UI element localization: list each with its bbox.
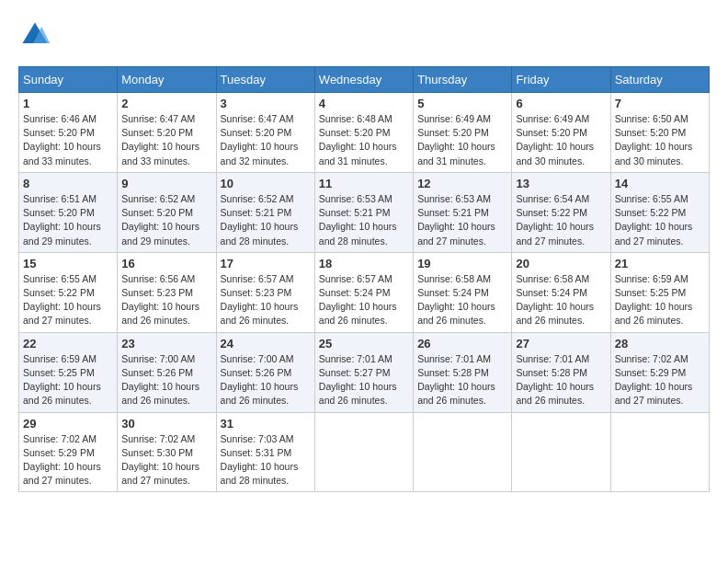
day-number: 15 bbox=[23, 257, 113, 270]
day-number: 25 bbox=[319, 337, 409, 350]
day-number: 1 bbox=[23, 97, 113, 110]
calendar-week-row: 8 Sunrise: 6:51 AMSunset: 5:20 PMDayligh… bbox=[19, 172, 710, 252]
day-number: 21 bbox=[615, 257, 705, 270]
day-info: Sunrise: 7:01 AMSunset: 5:27 PMDaylight:… bbox=[319, 353, 397, 407]
calendar-week-row: 29 Sunrise: 7:02 AMSunset: 5:29 PMDaylig… bbox=[19, 412, 710, 492]
day-number: 29 bbox=[23, 417, 113, 431]
day-info: Sunrise: 7:03 AMSunset: 5:31 PMDaylight:… bbox=[221, 433, 299, 487]
day-info: Sunrise: 6:49 AMSunset: 5:20 PMDaylight:… bbox=[417, 113, 495, 167]
day-number: 9 bbox=[121, 177, 211, 190]
logo bbox=[18, 18, 55, 52]
day-info: Sunrise: 6:56 AMSunset: 5:23 PMDaylight:… bbox=[121, 273, 199, 327]
calendar-day-cell: 27 Sunrise: 7:01 AMSunset: 5:28 PMDaylig… bbox=[512, 332, 610, 412]
calendar-day-cell: 24 Sunrise: 7:00 AMSunset: 5:26 PMDaylig… bbox=[216, 332, 314, 412]
day-number: 20 bbox=[516, 257, 606, 270]
calendar-day-cell: 9 Sunrise: 6:52 AMSunset: 5:20 PMDayligh… bbox=[118, 172, 216, 252]
page-header bbox=[18, 18, 710, 52]
day-info: Sunrise: 6:58 AMSunset: 5:24 PMDaylight:… bbox=[516, 273, 594, 327]
day-info: Sunrise: 6:57 AMSunset: 5:24 PMDaylight:… bbox=[319, 273, 397, 327]
calendar-day-cell: 4 Sunrise: 6:48 AMSunset: 5:20 PMDayligh… bbox=[314, 93, 413, 173]
empty-cell bbox=[512, 412, 610, 492]
day-number: 22 bbox=[23, 337, 113, 350]
calendar-day-cell: 5 Sunrise: 6:49 AMSunset: 5:20 PMDayligh… bbox=[414, 93, 512, 173]
calendar-day-cell: 21 Sunrise: 6:59 AMSunset: 5:25 PMDaylig… bbox=[610, 252, 709, 332]
calendar-day-cell: 28 Sunrise: 7:02 AMSunset: 5:29 PMDaylig… bbox=[610, 332, 709, 412]
day-info: Sunrise: 6:55 AMSunset: 5:22 PMDaylight:… bbox=[23, 273, 101, 327]
weekday-header-tuesday: Tuesday bbox=[216, 67, 314, 93]
calendar-day-cell: 23 Sunrise: 7:00 AMSunset: 5:26 PMDaylig… bbox=[118, 332, 216, 412]
day-info: Sunrise: 6:53 AMSunset: 5:21 PMDaylight:… bbox=[417, 193, 495, 247]
day-number: 2 bbox=[121, 97, 211, 110]
calendar-day-cell: 13 Sunrise: 6:54 AMSunset: 5:22 PMDaylig… bbox=[512, 172, 610, 252]
day-info: Sunrise: 6:52 AMSunset: 5:20 PMDaylight:… bbox=[121, 193, 199, 247]
day-number: 24 bbox=[221, 337, 311, 350]
day-info: Sunrise: 7:00 AMSunset: 5:26 PMDaylight:… bbox=[221, 353, 299, 407]
day-info: Sunrise: 7:01 AMSunset: 5:28 PMDaylight:… bbox=[516, 353, 594, 407]
day-info: Sunrise: 6:47 AMSunset: 5:20 PMDaylight:… bbox=[221, 113, 299, 167]
empty-cell bbox=[314, 412, 413, 492]
day-number: 3 bbox=[221, 97, 311, 110]
day-number: 28 bbox=[615, 337, 705, 350]
day-number: 30 bbox=[121, 417, 211, 431]
day-number: 11 bbox=[319, 177, 409, 190]
day-number: 27 bbox=[516, 337, 606, 350]
calendar-day-cell: 11 Sunrise: 6:53 AMSunset: 5:21 PMDaylig… bbox=[314, 172, 413, 252]
calendar-day-cell: 29 Sunrise: 7:02 AMSunset: 5:29 PMDaylig… bbox=[19, 412, 118, 492]
day-info: Sunrise: 6:57 AMSunset: 5:23 PMDaylight:… bbox=[221, 273, 299, 327]
weekday-header-wednesday: Wednesday bbox=[314, 67, 413, 93]
weekday-header-thursday: Thursday bbox=[414, 67, 512, 93]
calendar-day-cell: 19 Sunrise: 6:58 AMSunset: 5:24 PMDaylig… bbox=[414, 252, 512, 332]
calendar-body: 1 Sunrise: 6:46 AMSunset: 5:20 PMDayligh… bbox=[19, 93, 710, 492]
day-info: Sunrise: 7:01 AMSunset: 5:28 PMDaylight:… bbox=[417, 353, 495, 407]
day-number: 16 bbox=[121, 257, 211, 270]
calendar-week-row: 15 Sunrise: 6:55 AMSunset: 5:22 PMDaylig… bbox=[19, 252, 710, 332]
calendar-day-cell: 12 Sunrise: 6:53 AMSunset: 5:21 PMDaylig… bbox=[414, 172, 512, 252]
day-info: Sunrise: 6:47 AMSunset: 5:20 PMDaylight:… bbox=[121, 113, 199, 167]
day-number: 26 bbox=[417, 337, 507, 350]
day-info: Sunrise: 6:54 AMSunset: 5:22 PMDaylight:… bbox=[516, 193, 594, 247]
calendar-day-cell: 26 Sunrise: 7:01 AMSunset: 5:28 PMDaylig… bbox=[414, 332, 512, 412]
calendar-day-cell: 25 Sunrise: 7:01 AMSunset: 5:27 PMDaylig… bbox=[314, 332, 413, 412]
calendar-day-cell: 20 Sunrise: 6:58 AMSunset: 5:24 PMDaylig… bbox=[512, 252, 610, 332]
calendar-day-cell: 8 Sunrise: 6:51 AMSunset: 5:20 PMDayligh… bbox=[19, 172, 118, 252]
weekday-header-friday: Friday bbox=[512, 67, 610, 93]
calendar-day-cell: 7 Sunrise: 6:50 AMSunset: 5:20 PMDayligh… bbox=[610, 93, 709, 173]
day-info: Sunrise: 6:55 AMSunset: 5:22 PMDaylight:… bbox=[615, 193, 693, 247]
day-info: Sunrise: 7:02 AMSunset: 5:29 PMDaylight:… bbox=[615, 353, 693, 407]
day-info: Sunrise: 6:48 AMSunset: 5:20 PMDaylight:… bbox=[319, 113, 397, 167]
logo-icon bbox=[18, 18, 51, 52]
calendar-day-cell: 3 Sunrise: 6:47 AMSunset: 5:20 PMDayligh… bbox=[216, 93, 314, 173]
day-number: 19 bbox=[417, 257, 507, 270]
calendar-day-cell: 17 Sunrise: 6:57 AMSunset: 5:23 PMDaylig… bbox=[216, 252, 314, 332]
calendar-day-cell: 31 Sunrise: 7:03 AMSunset: 5:31 PMDaylig… bbox=[216, 412, 314, 492]
calendar-day-cell: 1 Sunrise: 6:46 AMSunset: 5:20 PMDayligh… bbox=[19, 93, 118, 173]
calendar-day-cell: 30 Sunrise: 7:02 AMSunset: 5:30 PMDaylig… bbox=[118, 412, 216, 492]
day-number: 7 bbox=[615, 97, 705, 110]
day-info: Sunrise: 6:52 AMSunset: 5:21 PMDaylight:… bbox=[221, 193, 299, 247]
day-info: Sunrise: 7:02 AMSunset: 5:29 PMDaylight:… bbox=[23, 433, 101, 487]
day-number: 23 bbox=[121, 337, 211, 350]
day-info: Sunrise: 6:53 AMSunset: 5:21 PMDaylight:… bbox=[319, 193, 397, 247]
weekday-header-sunday: Sunday bbox=[19, 67, 118, 93]
calendar-day-cell: 15 Sunrise: 6:55 AMSunset: 5:22 PMDaylig… bbox=[19, 252, 118, 332]
day-number: 10 bbox=[221, 177, 311, 190]
day-number: 13 bbox=[516, 177, 606, 190]
weekday-header-saturday: Saturday bbox=[610, 67, 709, 93]
calendar-day-cell: 16 Sunrise: 6:56 AMSunset: 5:23 PMDaylig… bbox=[118, 252, 216, 332]
day-info: Sunrise: 6:59 AMSunset: 5:25 PMDaylight:… bbox=[615, 273, 693, 327]
empty-cell bbox=[610, 412, 709, 492]
calendar-day-cell: 14 Sunrise: 6:55 AMSunset: 5:22 PMDaylig… bbox=[610, 172, 709, 252]
weekday-header-monday: Monday bbox=[118, 67, 216, 93]
calendar-week-row: 1 Sunrise: 6:46 AMSunset: 5:20 PMDayligh… bbox=[19, 93, 710, 173]
calendar-week-row: 22 Sunrise: 6:59 AMSunset: 5:25 PMDaylig… bbox=[19, 332, 710, 412]
day-info: Sunrise: 6:49 AMSunset: 5:20 PMDaylight:… bbox=[516, 113, 594, 167]
day-info: Sunrise: 6:46 AMSunset: 5:20 PMDaylight:… bbox=[23, 113, 101, 167]
day-info: Sunrise: 6:50 AMSunset: 5:20 PMDaylight:… bbox=[615, 113, 693, 167]
day-number: 5 bbox=[417, 97, 507, 110]
weekday-header-row: SundayMondayTuesdayWednesdayThursdayFrid… bbox=[19, 67, 710, 93]
day-number: 6 bbox=[516, 97, 606, 110]
calendar-day-cell: 22 Sunrise: 6:59 AMSunset: 5:25 PMDaylig… bbox=[19, 332, 118, 412]
day-info: Sunrise: 6:51 AMSunset: 5:20 PMDaylight:… bbox=[23, 193, 101, 247]
calendar-day-cell: 2 Sunrise: 6:47 AMSunset: 5:20 PMDayligh… bbox=[118, 93, 216, 173]
day-number: 4 bbox=[319, 97, 409, 110]
